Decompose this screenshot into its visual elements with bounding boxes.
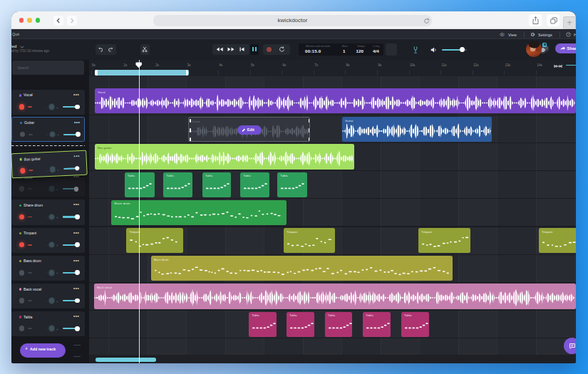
svg-text:?: ?: [567, 33, 569, 36]
